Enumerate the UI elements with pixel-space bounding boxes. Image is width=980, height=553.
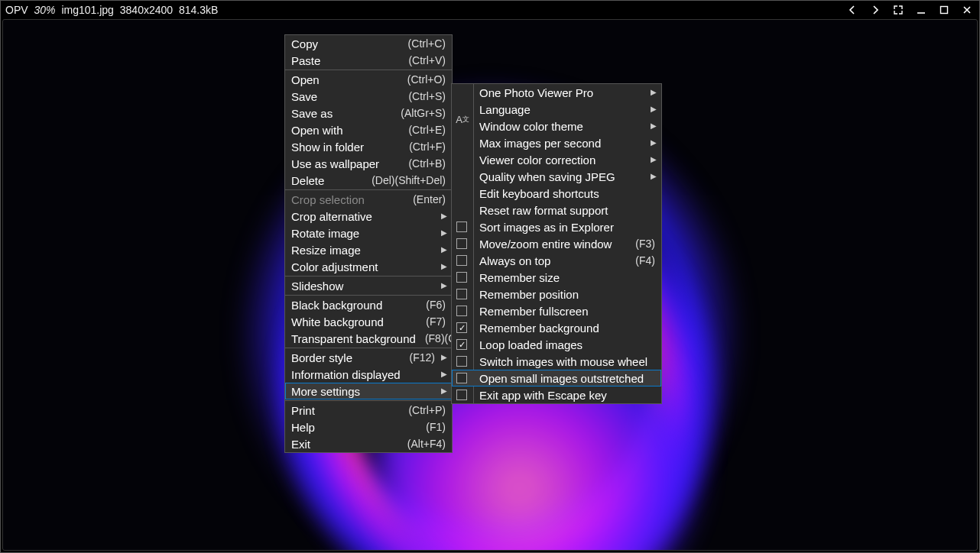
menu-wallpaper[interactable]: Use as wallpaper(Ctrl+B) bbox=[285, 155, 452, 172]
sub-remember-position[interactable]: Remember position bbox=[452, 286, 661, 302]
menu-transparent-bg[interactable]: Transparent background(F8)(Ctrl+F8) bbox=[285, 330, 452, 347]
maximize-button[interactable] bbox=[938, 4, 950, 16]
checkbox-icon bbox=[456, 255, 467, 266]
menu-item-label: Loop loaded images bbox=[479, 339, 655, 351]
sub-always-on-top[interactable]: Always on top(F4) bbox=[452, 252, 661, 269]
menu-slideshow[interactable]: Slideshow▶ bbox=[285, 277, 452, 294]
menu-item-label: Quality when saving JPEG bbox=[479, 171, 644, 183]
titlebar: OPV 30% img101.jpg 3840x2400 814.3kB bbox=[1, 1, 979, 19]
sub-reset-raw[interactable]: Reset raw format support bbox=[452, 202, 661, 218]
menu-item-label: Edit keyboard shortcuts bbox=[479, 188, 655, 199]
menu-print[interactable]: Print(Ctrl+P) bbox=[285, 402, 452, 419]
sub-jpeg-quality[interactable]: Quality when saving JPEG▶ bbox=[452, 168, 661, 185]
prev-button[interactable] bbox=[846, 4, 858, 16]
menu-item-label: Crop selection bbox=[291, 194, 404, 205]
sub-window-theme[interactable]: Window color theme▶ bbox=[452, 118, 661, 134]
checkbox-icon bbox=[456, 356, 467, 367]
close-button[interactable] bbox=[961, 4, 973, 16]
menu-separator bbox=[285, 70, 452, 70]
menu-black-bg[interactable]: Black background(F6) bbox=[285, 296, 452, 313]
menu-item-shortcut: (F6) bbox=[426, 299, 446, 310]
minimize-button[interactable] bbox=[915, 4, 927, 16]
menu-item-label: Color adjustment bbox=[291, 261, 435, 273]
sub-remember-size[interactable]: Remember size bbox=[452, 269, 661, 286]
menu-help[interactable]: Help(F1) bbox=[285, 419, 452, 435]
sub-sort-explorer[interactable]: Sort images as in Explorer bbox=[452, 218, 661, 235]
menu-separator bbox=[285, 276, 452, 276]
title-zoom: 30% bbox=[34, 4, 55, 16]
fullscreen-button[interactable] bbox=[892, 4, 904, 16]
menu-item-label: Help bbox=[291, 422, 417, 433]
menu-save[interactable]: Save(Ctrl+S) bbox=[285, 88, 452, 105]
checkbox-icon bbox=[456, 339, 467, 350]
menu-delete[interactable]: Delete(Del)(Shift+Del) bbox=[285, 172, 452, 189]
menu-item-label: Max images per second bbox=[479, 137, 644, 149]
menu-item-label: White background bbox=[291, 316, 417, 328]
sub-mouse-wheel[interactable]: Switch images with mouse wheel bbox=[452, 353, 661, 370]
submenu-arrow-icon: ▶ bbox=[441, 370, 446, 378]
menu-item-label: Open with bbox=[291, 125, 399, 136]
menu-item-label: Open bbox=[291, 74, 398, 86]
menu-item-label: Black background bbox=[291, 299, 417, 311]
sub-color-correction[interactable]: Viewer color correction▶ bbox=[452, 151, 661, 168]
menu-item-label: Show in folder bbox=[291, 141, 400, 153]
submenu-arrow-icon: ▶ bbox=[441, 246, 446, 254]
checkbox-icon bbox=[456, 322, 467, 333]
menu-rotate-image[interactable]: Rotate image▶ bbox=[285, 225, 452, 241]
menu-info-displayed[interactable]: Information displayed▶ bbox=[285, 366, 452, 383]
sub-language[interactable]: Language▶ bbox=[452, 101, 661, 118]
title-app: OPV bbox=[5, 4, 28, 16]
menu-item-shortcut: (F1) bbox=[426, 422, 446, 432]
menu-exit[interactable]: Exit(Alt+F4) bbox=[285, 435, 452, 452]
sub-max-images[interactable]: Max images per second▶ bbox=[452, 134, 661, 151]
menu-item-label: Exit bbox=[291, 438, 398, 450]
menu-item-label: Border style bbox=[291, 352, 401, 364]
menu-open-with[interactable]: Open with(Ctrl+E) bbox=[285, 121, 452, 138]
checkbox-icon bbox=[456, 373, 467, 383]
menu-border-style[interactable]: Border style(F12)▶ bbox=[285, 349, 452, 366]
menu-white-bg[interactable]: White background(F7) bbox=[285, 313, 452, 330]
menu-item-shortcut: (F3) bbox=[635, 238, 655, 249]
submenu-arrow-icon: ▶ bbox=[441, 229, 446, 237]
menu-crop-alternative[interactable]: Crop alternative▶ bbox=[285, 208, 452, 225]
menu-item-shortcut: (Ctrl+P) bbox=[408, 405, 446, 416]
sub-exit-escape[interactable]: Exit app with Escape key bbox=[452, 386, 661, 403]
menu-separator bbox=[285, 189, 452, 190]
submenu-arrow-icon: ▶ bbox=[651, 122, 655, 130]
more-settings-submenu: A文 One Photo Viewer Pro▶Language▶Window … bbox=[451, 83, 662, 404]
menu-separator bbox=[285, 295, 452, 296]
menu-item-shortcut: (Ctrl+O) bbox=[407, 74, 446, 85]
menu-separator bbox=[285, 400, 452, 401]
checkbox-icon bbox=[456, 390, 467, 400]
menu-open[interactable]: Open(Ctrl+O) bbox=[285, 71, 452, 88]
menu-crop-selection: Crop selection(Enter) bbox=[285, 191, 452, 208]
checkbox-icon bbox=[456, 222, 467, 232]
sub-move-zoom[interactable]: Move/zoom entire window(F3) bbox=[452, 235, 661, 252]
menu-paste[interactable]: Paste(Ctrl+V) bbox=[285, 52, 452, 69]
menu-item-label: Paste bbox=[291, 55, 399, 66]
menu-item-label: Viewer color correction bbox=[479, 154, 644, 166]
menu-item-label: Delete bbox=[291, 175, 362, 186]
sub-pro[interactable]: One Photo Viewer Pro▶ bbox=[452, 84, 661, 101]
title-filename: img101.jpg bbox=[61, 4, 114, 16]
sub-loop-images[interactable]: Loop loaded images bbox=[452, 336, 661, 353]
menu-item-label: Slideshow bbox=[291, 280, 435, 292]
submenu-arrow-icon: ▶ bbox=[651, 173, 655, 180]
sub-remember-background[interactable]: Remember background bbox=[452, 319, 661, 336]
checkbox-icon bbox=[456, 238, 467, 249]
sub-edit-shortcuts[interactable]: Edit keyboard shortcuts bbox=[452, 185, 661, 202]
menu-item-label: Transparent background bbox=[291, 333, 416, 344]
menu-item-label: Copy bbox=[291, 38, 399, 50]
sub-outstretched[interactable]: Open small images outstretched bbox=[452, 370, 661, 386]
menu-show-in-folder[interactable]: Show in folder(Ctrl+F) bbox=[285, 138, 452, 155]
menu-color-adjustment[interactable]: Color adjustment▶ bbox=[285, 258, 452, 275]
menu-item-label: Use as wallpaper bbox=[291, 158, 399, 170]
next-button[interactable] bbox=[869, 4, 881, 16]
menu-save-as[interactable]: Save as(AltGr+S) bbox=[285, 105, 452, 121]
menu-more-settings[interactable]: More settings▶ bbox=[285, 383, 452, 399]
menu-copy[interactable]: Copy(Ctrl+C) bbox=[285, 35, 452, 52]
menu-item-label: Exit app with Escape key bbox=[479, 390, 655, 401]
sub-remember-fullscreen[interactable]: Remember fullscreen bbox=[452, 302, 661, 319]
menu-resize-image[interactable]: Resize image▶ bbox=[285, 241, 452, 258]
title-text: OPV 30% img101.jpg 3840x2400 814.3kB bbox=[5, 4, 221, 16]
